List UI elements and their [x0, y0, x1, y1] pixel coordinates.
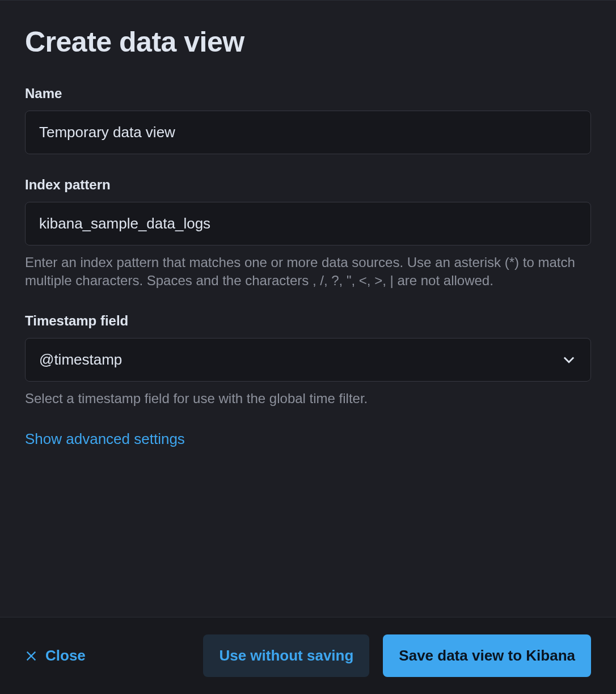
save-data-view-label: Save data view to Kibana [399, 647, 575, 665]
page-title: Create data view [25, 26, 591, 58]
index-pattern-help: Enter an index pattern that matches one … [25, 253, 591, 290]
timestamp-field-value: @timestamp [39, 351, 122, 369]
show-advanced-settings-link[interactable]: Show advanced settings [25, 430, 185, 448]
timestamp-field-select[interactable]: @timestamp [25, 338, 591, 382]
name-label: Name [25, 86, 591, 101]
close-icon [25, 650, 37, 662]
index-pattern-input[interactable] [25, 202, 591, 246]
panel-footer: Close Use without saving Save data view … [0, 617, 616, 694]
create-data-view-panel: Create data view Name Index pattern Ente… [0, 0, 616, 694]
use-without-saving-button[interactable]: Use without saving [203, 634, 369, 677]
close-button[interactable]: Close [25, 634, 102, 677]
index-pattern-field-group: Index pattern Enter an index pattern tha… [25, 177, 591, 290]
timestamp-field-label: Timestamp field [25, 313, 591, 329]
chevron-down-icon [561, 352, 577, 367]
use-without-saving-label: Use without saving [219, 647, 353, 665]
index-pattern-label: Index pattern [25, 177, 591, 193]
timestamp-field-group: Timestamp field @timestamp Select a time… [25, 313, 591, 408]
panel-content: Create data view Name Index pattern Ente… [0, 1, 616, 617]
name-field-group: Name [25, 86, 591, 154]
name-input[interactable] [25, 111, 591, 154]
timestamp-field-help: Select a timestamp field for use with th… [25, 390, 591, 408]
close-button-label: Close [45, 647, 86, 665]
save-data-view-button[interactable]: Save data view to Kibana [383, 634, 591, 677]
